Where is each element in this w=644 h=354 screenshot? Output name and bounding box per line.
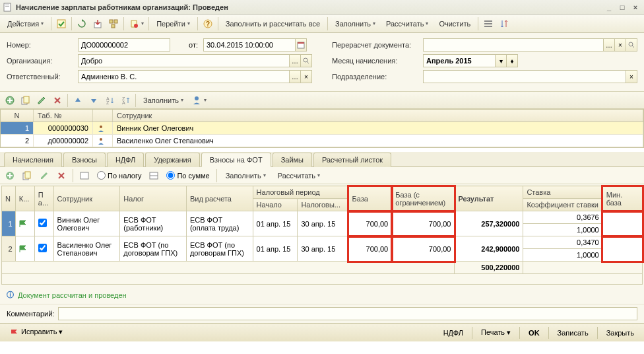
resp-select-button[interactable]: …: [289, 70, 301, 83]
window-title: Начисление зарплаты работникам организац…: [16, 3, 603, 11]
org-open-button[interactable]: [300, 54, 312, 67]
import-button[interactable]: [90, 17, 105, 31]
table-row[interactable]: 2 д000000002 Василенко Олег Степанович: [1, 135, 643, 147]
svg-rect-2: [5, 6, 9, 7]
month-input[interactable]: [423, 54, 496, 67]
dept-label: Подразделение:: [332, 73, 418, 81]
check-icon[interactable]: [34, 211, 53, 236]
person-icon: [93, 135, 113, 147]
ndfl-button[interactable]: НДФЛ: [437, 326, 469, 339]
svg-text:A: A: [122, 100, 125, 105]
tab-payslip[interactable]: Расчетный листок: [313, 153, 391, 167]
tab-fill-menu[interactable]: Заполнить▾: [221, 168, 271, 183]
tab-add-button[interactable]: [3, 168, 17, 183]
person-icon: [93, 122, 113, 134]
contributions-grid: N К... П а... Сотрудник Налог Вид расчет…: [1, 186, 643, 285]
fill-menu[interactable]: Заполнить▾: [331, 17, 380, 31]
tab-fot[interactable]: Взносы на ФОТ: [201, 153, 271, 167]
save-button[interactable]: Записать: [552, 326, 595, 339]
ok-button[interactable]: OK: [523, 326, 546, 339]
table-row[interactable]: 2 Василенко Олег Степанович ЕСВ ФОТ (по …: [2, 236, 643, 249]
resp-clear-button[interactable]: ×: [300, 70, 312, 83]
svg-rect-15: [298, 42, 304, 44]
recalc-input[interactable]: [423, 38, 604, 52]
svg-rect-22: [24, 96, 29, 103]
svg-rect-0: [4, 3, 11, 11]
list-button[interactable]: [481, 17, 496, 31]
sub-fill-menu[interactable]: Заполнить▾: [139, 93, 188, 108]
maximize-button[interactable]: □: [616, 2, 628, 13]
sort-asc-button[interactable]: AZ: [102, 93, 117, 108]
tab-deduct[interactable]: Удержания: [145, 153, 199, 167]
delete-row-button[interactable]: [50, 93, 65, 108]
table-row[interactable]: 1 Винник Олег Олегович ЕСВ ФОТ (работник…: [2, 211, 643, 224]
col-n[interactable]: N: [1, 110, 34, 122]
tab-copy-button[interactable]: [20, 168, 34, 183]
struct-button[interactable]: [106, 17, 121, 31]
move-up-button[interactable]: [71, 93, 85, 108]
by-tax-radio[interactable]: По налогу: [97, 171, 141, 180]
svg-point-29: [100, 138, 102, 141]
clear-button[interactable]: Очистить: [434, 17, 475, 31]
recalc-clear-button[interactable]: ×: [614, 38, 626, 52]
month-dropdown-button[interactable]: ▾: [495, 54, 507, 67]
dept-input[interactable]: [423, 70, 626, 83]
check-icon[interactable]: [34, 236, 53, 262]
recalc-select-button[interactable]: …: [603, 38, 615, 52]
add-row-button[interactable]: [3, 93, 17, 108]
tab-view-button[interactable]: [77, 168, 92, 183]
help-button[interactable]: ?: [201, 17, 215, 31]
sort-button[interactable]: [497, 17, 511, 31]
col-tab[interactable]: Таб. №: [34, 110, 93, 122]
tab-view2-button[interactable]: [146, 168, 161, 183]
comment-input[interactable]: [58, 307, 637, 320]
move-down-button[interactable]: [86, 93, 101, 108]
col-icon[interactable]: [93, 110, 113, 122]
doc-icon: [3, 2, 13, 13]
org-select-button[interactable]: …: [289, 54, 301, 67]
info-icon: ⓘ: [7, 290, 14, 300]
tab-delete-button[interactable]: [54, 168, 69, 183]
svg-text:Z: Z: [106, 100, 110, 105]
sort-desc-button[interactable]: ZA: [118, 93, 133, 108]
recalc-open-button[interactable]: [626, 38, 637, 52]
minimize-button[interactable]: _: [603, 2, 615, 13]
edit-row-button[interactable]: [34, 93, 49, 108]
by-sum-radio[interactable]: По сумме: [166, 171, 209, 180]
table-row[interactable]: 1 0000000030 Винник Олег Олегович: [1, 122, 643, 135]
resp-input[interactable]: [78, 70, 290, 83]
date-input[interactable]: [203, 38, 296, 52]
tab-ndfl[interactable]: НДФЛ: [107, 153, 144, 167]
post-button[interactable]: [54, 17, 69, 31]
dept-clear-button[interactable]: ×: [626, 70, 637, 83]
svg-rect-6: [114, 20, 117, 23]
user-menu[interactable]: ▾: [189, 93, 209, 108]
employee-grid: N Таб. № Сотрудник 1 0000000030 Винник О…: [0, 109, 644, 148]
close-link[interactable]: Закрыть: [600, 326, 640, 339]
print-button[interactable]: Печать ▾: [475, 326, 517, 339]
attach-button[interactable]: ▾: [127, 17, 146, 31]
tab-calc-menu[interactable]: Рассчитать▾: [273, 168, 325, 183]
month-spin-button[interactable]: ♦: [506, 54, 518, 67]
calc-menu[interactable]: Рассчитать▾: [381, 17, 433, 31]
refresh-button[interactable]: [75, 17, 89, 31]
tab-edit-button[interactable]: [37, 168, 51, 183]
status-text: Документ рассчитан и проведен: [18, 291, 127, 299]
org-input[interactable]: [78, 54, 290, 67]
org-label: Организация:: [7, 57, 73, 65]
svg-rect-12: [484, 23, 492, 24]
tab-contrib[interactable]: Взносы: [63, 153, 106, 167]
actions-menu[interactable]: Действия▾: [3, 17, 48, 31]
goto-menu[interactable]: Перейти▾: [152, 17, 195, 31]
svg-rect-5: [110, 20, 113, 23]
fix-button[interactable]: Исправить ▾: [4, 325, 69, 339]
svg-rect-33: [80, 172, 88, 179]
col-emp[interactable]: Сотрудник: [113, 110, 643, 122]
number-input[interactable]: [78, 38, 170, 52]
tab-loans[interactable]: Займы: [273, 153, 312, 167]
close-button[interactable]: ×: [629, 2, 641, 13]
date-picker-button[interactable]: [295, 38, 307, 52]
copy-row-button[interactable]: [18, 93, 33, 108]
tab-accruals[interactable]: Начисления: [4, 153, 62, 167]
fill-calc-all-button[interactable]: Заполнить и рассчитать все: [221, 17, 325, 31]
